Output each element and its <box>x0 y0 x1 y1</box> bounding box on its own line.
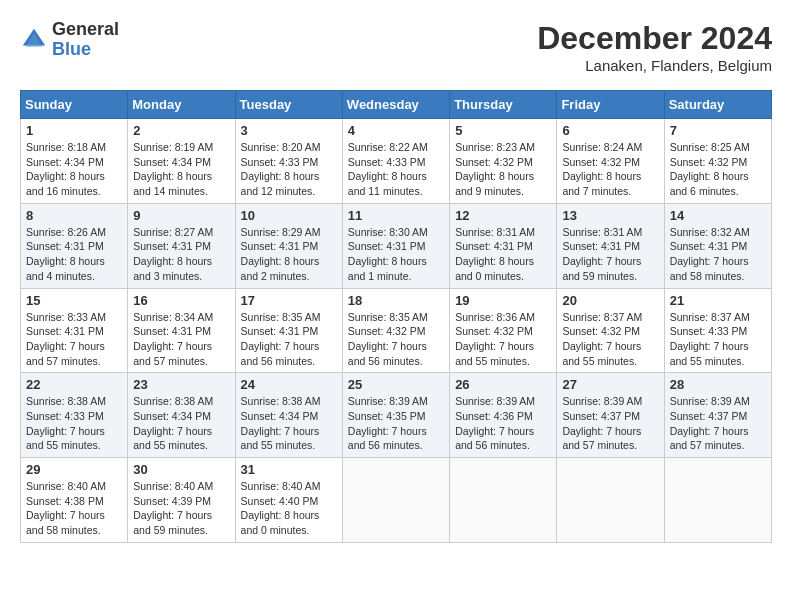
calendar-cell: 15Sunrise: 8:33 AMSunset: 4:31 PMDayligh… <box>21 288 128 373</box>
day-info: Sunrise: 8:23 AMSunset: 4:32 PMDaylight:… <box>455 140 551 199</box>
day-number: 26 <box>455 377 551 392</box>
day-info: Sunrise: 8:38 AMSunset: 4:34 PMDaylight:… <box>241 394 337 453</box>
logo-text: General Blue <box>52 20 119 60</box>
day-number: 15 <box>26 293 122 308</box>
calendar-cell: 11Sunrise: 8:30 AMSunset: 4:31 PMDayligh… <box>342 203 449 288</box>
day-info: Sunrise: 8:39 AMSunset: 4:37 PMDaylight:… <box>562 394 658 453</box>
day-number: 3 <box>241 123 337 138</box>
weekday-header-wednesday: Wednesday <box>342 91 449 119</box>
calendar-cell: 4Sunrise: 8:22 AMSunset: 4:33 PMDaylight… <box>342 119 449 204</box>
day-info: Sunrise: 8:34 AMSunset: 4:31 PMDaylight:… <box>133 310 229 369</box>
calendar-cell: 9Sunrise: 8:27 AMSunset: 4:31 PMDaylight… <box>128 203 235 288</box>
day-info: Sunrise: 8:40 AMSunset: 4:40 PMDaylight:… <box>241 479 337 538</box>
day-info: Sunrise: 8:30 AMSunset: 4:31 PMDaylight:… <box>348 225 444 284</box>
day-number: 30 <box>133 462 229 477</box>
day-info: Sunrise: 8:35 AMSunset: 4:32 PMDaylight:… <box>348 310 444 369</box>
calendar-week-row: 29Sunrise: 8:40 AMSunset: 4:38 PMDayligh… <box>21 458 772 543</box>
calendar-cell: 21Sunrise: 8:37 AMSunset: 4:33 PMDayligh… <box>664 288 771 373</box>
calendar-cell: 12Sunrise: 8:31 AMSunset: 4:31 PMDayligh… <box>450 203 557 288</box>
calendar-cell: 17Sunrise: 8:35 AMSunset: 4:31 PMDayligh… <box>235 288 342 373</box>
calendar-cell: 2Sunrise: 8:19 AMSunset: 4:34 PMDaylight… <box>128 119 235 204</box>
day-number: 12 <box>455 208 551 223</box>
calendar-cell: 7Sunrise: 8:25 AMSunset: 4:32 PMDaylight… <box>664 119 771 204</box>
day-number: 10 <box>241 208 337 223</box>
day-info: Sunrise: 8:38 AMSunset: 4:34 PMDaylight:… <box>133 394 229 453</box>
day-number: 14 <box>670 208 766 223</box>
calendar-cell: 29Sunrise: 8:40 AMSunset: 4:38 PMDayligh… <box>21 458 128 543</box>
calendar-cell: 25Sunrise: 8:39 AMSunset: 4:35 PMDayligh… <box>342 373 449 458</box>
day-info: Sunrise: 8:40 AMSunset: 4:39 PMDaylight:… <box>133 479 229 538</box>
calendar-cell: 3Sunrise: 8:20 AMSunset: 4:33 PMDaylight… <box>235 119 342 204</box>
day-info: Sunrise: 8:27 AMSunset: 4:31 PMDaylight:… <box>133 225 229 284</box>
calendar-cell <box>450 458 557 543</box>
day-info: Sunrise: 8:31 AMSunset: 4:31 PMDaylight:… <box>562 225 658 284</box>
day-info: Sunrise: 8:37 AMSunset: 4:32 PMDaylight:… <box>562 310 658 369</box>
calendar-cell: 13Sunrise: 8:31 AMSunset: 4:31 PMDayligh… <box>557 203 664 288</box>
day-number: 17 <box>241 293 337 308</box>
day-number: 2 <box>133 123 229 138</box>
calendar-header-row: SundayMondayTuesdayWednesdayThursdayFrid… <box>21 91 772 119</box>
day-info: Sunrise: 8:24 AMSunset: 4:32 PMDaylight:… <box>562 140 658 199</box>
day-info: Sunrise: 8:32 AMSunset: 4:31 PMDaylight:… <box>670 225 766 284</box>
day-number: 23 <box>133 377 229 392</box>
day-number: 4 <box>348 123 444 138</box>
day-info: Sunrise: 8:19 AMSunset: 4:34 PMDaylight:… <box>133 140 229 199</box>
calendar-body: 1Sunrise: 8:18 AMSunset: 4:34 PMDaylight… <box>21 119 772 543</box>
weekday-header-saturday: Saturday <box>664 91 771 119</box>
day-number: 20 <box>562 293 658 308</box>
day-number: 9 <box>133 208 229 223</box>
day-number: 29 <box>26 462 122 477</box>
calendar-cell: 26Sunrise: 8:39 AMSunset: 4:36 PMDayligh… <box>450 373 557 458</box>
calendar-cell: 14Sunrise: 8:32 AMSunset: 4:31 PMDayligh… <box>664 203 771 288</box>
day-number: 22 <box>26 377 122 392</box>
day-info: Sunrise: 8:39 AMSunset: 4:36 PMDaylight:… <box>455 394 551 453</box>
calendar-cell: 22Sunrise: 8:38 AMSunset: 4:33 PMDayligh… <box>21 373 128 458</box>
calendar-week-row: 1Sunrise: 8:18 AMSunset: 4:34 PMDaylight… <box>21 119 772 204</box>
weekday-header-tuesday: Tuesday <box>235 91 342 119</box>
day-number: 25 <box>348 377 444 392</box>
title-block: December 2024 Lanaken, Flanders, Belgium <box>537 20 772 74</box>
weekday-header-monday: Monday <box>128 91 235 119</box>
weekday-header-sunday: Sunday <box>21 91 128 119</box>
day-info: Sunrise: 8:18 AMSunset: 4:34 PMDaylight:… <box>26 140 122 199</box>
logo-line1: General <box>52 20 119 40</box>
calendar-cell: 10Sunrise: 8:29 AMSunset: 4:31 PMDayligh… <box>235 203 342 288</box>
day-number: 6 <box>562 123 658 138</box>
calendar-cell: 31Sunrise: 8:40 AMSunset: 4:40 PMDayligh… <box>235 458 342 543</box>
day-info: Sunrise: 8:33 AMSunset: 4:31 PMDaylight:… <box>26 310 122 369</box>
day-info: Sunrise: 8:37 AMSunset: 4:33 PMDaylight:… <box>670 310 766 369</box>
day-number: 8 <box>26 208 122 223</box>
day-info: Sunrise: 8:29 AMSunset: 4:31 PMDaylight:… <box>241 225 337 284</box>
calendar-week-row: 8Sunrise: 8:26 AMSunset: 4:31 PMDaylight… <box>21 203 772 288</box>
day-number: 21 <box>670 293 766 308</box>
calendar-cell: 30Sunrise: 8:40 AMSunset: 4:39 PMDayligh… <box>128 458 235 543</box>
day-info: Sunrise: 8:39 AMSunset: 4:35 PMDaylight:… <box>348 394 444 453</box>
day-number: 28 <box>670 377 766 392</box>
weekday-header-thursday: Thursday <box>450 91 557 119</box>
calendar-cell: 19Sunrise: 8:36 AMSunset: 4:32 PMDayligh… <box>450 288 557 373</box>
day-info: Sunrise: 8:25 AMSunset: 4:32 PMDaylight:… <box>670 140 766 199</box>
calendar-cell <box>557 458 664 543</box>
calendar-cell <box>342 458 449 543</box>
calendar-table: SundayMondayTuesdayWednesdayThursdayFrid… <box>20 90 772 543</box>
calendar-week-row: 15Sunrise: 8:33 AMSunset: 4:31 PMDayligh… <box>21 288 772 373</box>
page-header: General Blue December 2024 Lanaken, Flan… <box>20 20 772 74</box>
day-info: Sunrise: 8:26 AMSunset: 4:31 PMDaylight:… <box>26 225 122 284</box>
day-number: 19 <box>455 293 551 308</box>
day-info: Sunrise: 8:40 AMSunset: 4:38 PMDaylight:… <box>26 479 122 538</box>
day-info: Sunrise: 8:31 AMSunset: 4:31 PMDaylight:… <box>455 225 551 284</box>
calendar-cell: 23Sunrise: 8:38 AMSunset: 4:34 PMDayligh… <box>128 373 235 458</box>
page-title: December 2024 <box>537 20 772 57</box>
calendar-cell: 24Sunrise: 8:38 AMSunset: 4:34 PMDayligh… <box>235 373 342 458</box>
day-number: 18 <box>348 293 444 308</box>
calendar-cell: 5Sunrise: 8:23 AMSunset: 4:32 PMDaylight… <box>450 119 557 204</box>
day-info: Sunrise: 8:35 AMSunset: 4:31 PMDaylight:… <box>241 310 337 369</box>
logo-icon <box>20 26 48 54</box>
day-number: 13 <box>562 208 658 223</box>
day-number: 24 <box>241 377 337 392</box>
weekday-header-friday: Friday <box>557 91 664 119</box>
day-info: Sunrise: 8:38 AMSunset: 4:33 PMDaylight:… <box>26 394 122 453</box>
calendar-cell: 1Sunrise: 8:18 AMSunset: 4:34 PMDaylight… <box>21 119 128 204</box>
calendar-cell: 18Sunrise: 8:35 AMSunset: 4:32 PMDayligh… <box>342 288 449 373</box>
day-number: 5 <box>455 123 551 138</box>
